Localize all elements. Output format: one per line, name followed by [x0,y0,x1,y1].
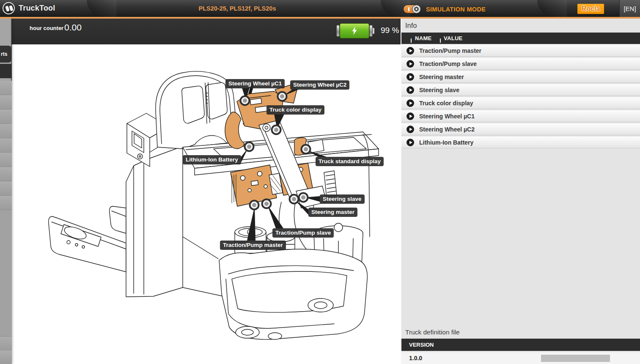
sidebar-item[interactable] [0,337,12,351]
battery-percentage: 99 % [381,26,399,35]
sidebar-item[interactable] [0,196,12,210]
expand-play-icon [407,99,414,107]
column-header-name: NAME [415,35,431,41]
sidebar-item[interactable] [0,138,12,153]
marker-steering-master[interactable] [289,194,299,205]
expand-play-icon [407,47,414,55]
trucktool-logo-icon [3,2,15,14]
callout-truck-color-display[interactable]: Truck color display [266,105,324,115]
sidebar-tab-parts[interactable]: rts [0,46,11,63]
topbar-seam [87,0,116,17]
rocla-brand-logo: Rocla [577,4,604,14]
column-divider [411,38,412,43]
truck-definition-header: VERSION [401,339,640,351]
callout-steering-master[interactable]: Steering master [308,208,357,217]
collapsed-sidebar: rts [0,19,12,364]
language-selector[interactable]: [EN] [619,0,640,17]
truck-models-title: PLS20-25, PLS12f, PLS20s [127,5,348,12]
battery-body [340,23,369,38]
callout-steering-wheel-uc2[interactable]: Steering Wheel µC2 [290,80,349,90]
sidebar-item[interactable] [0,95,12,109]
battery-cap-right [369,25,373,37]
column-header-version: VERSION [409,342,434,348]
expand-play-icon [407,112,414,120]
info-row-lithium-ion-battery[interactable]: Lithium-Ion Battery [401,137,640,148]
hour-counter-value: 0.00 [64,22,82,33]
expand-play-icon [407,73,414,81]
sidebar-item[interactable] [0,181,12,196]
info-row-traction-pump-master[interactable]: Traction/Pump master [401,45,640,57]
lightning-bolt-icon [351,26,358,36]
battery-terminal [373,28,374,34]
topbar-seam [537,0,567,17]
sidebar-item[interactable] [0,124,12,138]
expand-play-icon [407,60,414,68]
horizontal-scrollbar-thumb[interactable] [541,355,610,362]
info-row-steering-master[interactable]: Steering master [401,71,640,83]
sidebar-item[interactable] [0,153,12,167]
callout-lithium-ion-battery[interactable]: Lithium-Ion Battery [183,155,241,164]
sidebar-divider [0,64,12,78]
callout-traction-pump-slave[interactable]: Traction/Pump slave [272,228,334,238]
callout-steering-wheel-uc1[interactable]: Steering Wheel µC1 [225,79,285,88]
truck-forks [49,206,126,272]
marker-truck-color-display[interactable] [271,125,282,135]
toggle-knob[interactable] [412,5,421,14]
truck-diagram-canvas: Steering Wheel µC1 Steering Wheel µC2 Tr… [12,44,401,364]
info-rows: Traction/Pump master Traction/Pump slave… [401,45,640,150]
battery-indicator-icon [336,23,374,38]
truck-definition-row: 1.0.0 [401,352,640,364]
marker-steering-wheel-uc1[interactable] [240,96,250,106]
app-title: TruckTool [19,4,55,13]
column-header-value: VALUE [444,35,463,41]
sidebar-item[interactable] [0,167,12,181]
sidebar-item[interactable] [0,109,12,124]
info-row-steering-slave[interactable]: Steering slave [401,84,640,96]
simulation-mode-label: SIMULATION MODE [426,6,486,13]
app-logo: TruckTool [3,2,55,14]
expand-play-icon [407,86,414,94]
simulation-mode-control: SIMULATION MODE [403,5,486,14]
info-row-truck-color-display[interactable]: Truck color display [401,97,640,109]
callout-traction-pump-master[interactable]: Traction/Pump master [220,241,286,250]
callout-steering-slave[interactable]: Steering slave [320,194,365,204]
info-row-traction-pump-slave[interactable]: Traction/Pump slave [401,58,640,70]
status-bar: hour counter 0.00 99 % [12,19,401,44]
expand-play-icon [407,139,414,146]
battery-cap-left [336,25,340,37]
info-panel: Info NAME VALUE Traction/Pump master Tra… [401,19,640,364]
truck-definition-title: Truck definition file [405,328,460,336]
column-divider [440,38,441,43]
marker-lithium-ion-battery[interactable] [244,142,255,152]
info-panel-title: Info [405,22,417,30]
marker-steering-wheel-uc2[interactable] [277,91,288,102]
callout-truck-standard-display[interactable]: Truck standard display [316,157,384,166]
marker-steering-slave[interactable] [298,192,309,203]
marker-truck-standard-display[interactable] [301,144,311,155]
toggle-on-mark-icon [408,7,409,11]
simulation-mode-toggle[interactable] [403,5,421,14]
info-row-steering-wheel-uc2[interactable]: Steering Wheel µC2 [401,123,640,135]
top-bar: TruckTool PLS20-25, PLS12f, PLS20s SIMUL… [0,0,640,19]
marker-traction-pump-master[interactable] [249,200,260,211]
marker-traction-pump-slave[interactable] [261,199,272,209]
info-row-steering-wheel-uc1[interactable]: Steering Wheel µC1 [401,110,640,122]
hour-counter-label: hour counter [30,25,63,31]
version-value: 1.0.0 [409,355,422,361]
sidebar-item[interactable] [0,350,12,364]
sidebar-panel [0,210,12,337]
truck-illustration [12,44,401,364]
sidebar-item[interactable] [0,81,12,95]
info-table-header: NAME VALUE [401,33,640,44]
expand-play-icon [407,126,414,133]
